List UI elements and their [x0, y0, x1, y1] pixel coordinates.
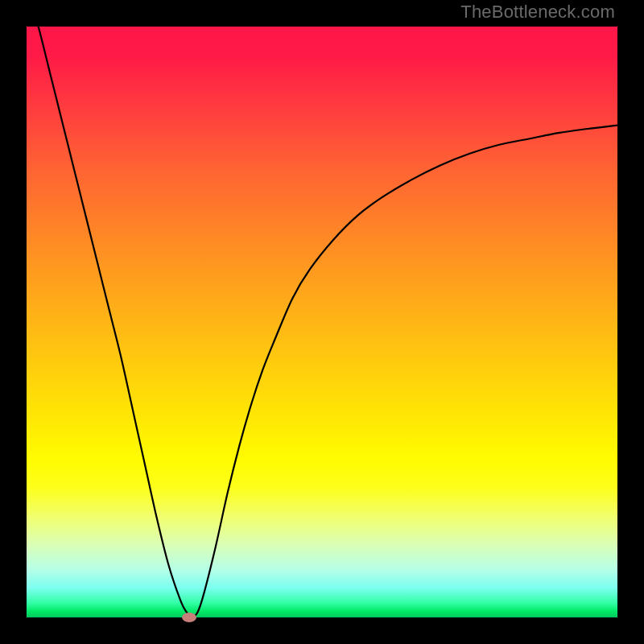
bottleneck-curve [27, 27, 617, 617]
min-point-marker [182, 613, 196, 622]
curve-layer [27, 27, 617, 617]
plot-area [27, 27, 617, 617]
watermark-text: TheBottleneck.com [460, 2, 615, 23]
outer-frame: TheBottleneck.com [0, 0, 644, 644]
